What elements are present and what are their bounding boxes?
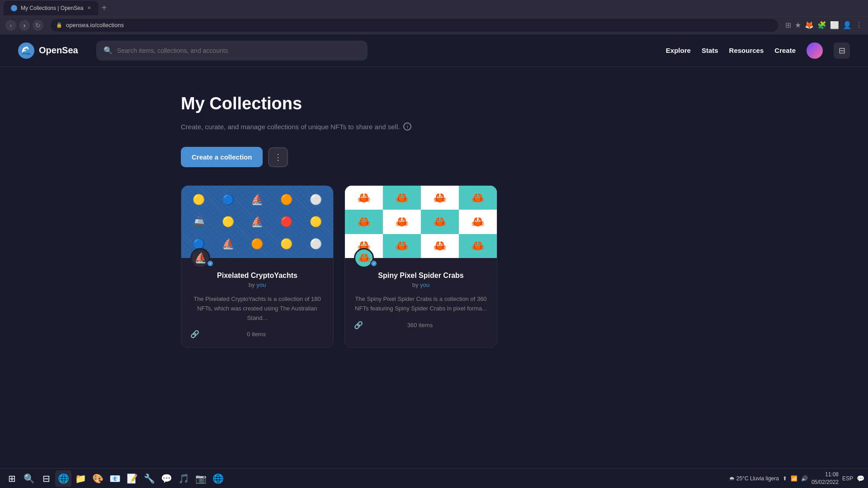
taskbar-time-display: 11:08 <box>811 471 839 479</box>
more-options-button[interactable]: ⋮ <box>268 147 288 167</box>
crab-c5: 🦀 <box>345 210 383 234</box>
card-footer-yachts: 🔗 0 items <box>190 330 324 338</box>
browser-tab-bar: My Collections | OpenSea ✕ + <box>0 0 868 16</box>
taskbar-app-4[interactable]: 🔧 <box>141 470 157 487</box>
taskbar-notifications[interactable]: 💬 <box>857 475 864 482</box>
browser-menu[interactable]: ⋮ <box>855 21 863 29</box>
tab-title: My Collections | OpenSea <box>21 5 84 11</box>
browser-ext-6[interactable]: 👤 <box>843 21 852 29</box>
card-description-crabs: The Spiny Pixel Spider Crabs is a collec… <box>354 295 488 314</box>
new-tab-button[interactable]: + <box>98 3 107 13</box>
lock-icon: 🔒 <box>56 22 62 28</box>
browser-tab[interactable]: My Collections | OpenSea ✕ <box>4 1 98 15</box>
page-subtitle: Create, curate, and manage collections o… <box>181 122 687 131</box>
forward-button[interactable]: › <box>19 20 30 31</box>
boat-3: ⛵ <box>244 211 271 232</box>
browser-ext-2[interactable]: ★ <box>795 21 801 29</box>
taskbar-app-5[interactable]: 💬 <box>158 470 175 487</box>
taskbar-app-7[interactable]: 📷 <box>193 470 209 487</box>
taskbar-file-explorer[interactable]: 📁 <box>72 470 89 487</box>
browser-ext-5[interactable]: ⬜ <box>830 21 839 29</box>
taskbar-arrows[interactable]: ⬆ <box>783 475 787 482</box>
collection-card-yachts[interactable]: 🟡 🔵 ⛵ 🟠 ⚪ 🚢 🟡 ⛵ 🔴 🟡 🔵 ⛵ 🟠 🟡 ⚪ <box>181 185 334 348</box>
search-icon: 🔍 <box>104 46 113 55</box>
crab-c1: 🦀 <box>345 186 383 210</box>
coin-5: 🔴 <box>273 211 300 232</box>
taskbar-task-view[interactable]: ⊟ <box>38 470 54 487</box>
search-input[interactable] <box>117 47 360 54</box>
taskbar-datetime[interactable]: 11:08 05/02/2022 <box>811 471 839 486</box>
card-author-yachts: by you <box>190 282 324 288</box>
coin-ethereum: 🔵 <box>214 189 242 210</box>
taskbar-app-8[interactable]: 🌐 <box>210 470 226 487</box>
info-icon[interactable]: i <box>403 122 411 131</box>
create-collection-button[interactable]: Create a collection <box>181 147 263 167</box>
coin-6: 🟡 <box>302 211 330 232</box>
card-link-icon-yachts[interactable]: 🔗 <box>190 330 199 338</box>
card-author-link-yachts[interactable]: you <box>256 282 266 288</box>
card-footer-crabs: 🔗 360 items <box>354 321 488 329</box>
opensea-header: 🌊 OpenSea 🔍 Explore Stats Resources Crea… <box>0 34 868 67</box>
crab-c7: 🦀 <box>421 210 459 234</box>
header-nav: Explore Stats Resources Create ⊟ <box>666 42 850 59</box>
user-avatar[interactable] <box>807 42 823 59</box>
taskbar-start[interactable]: ⊞ <box>4 470 20 487</box>
browser-ext-1[interactable]: ⊞ <box>785 21 791 29</box>
crab-c4: 🦀 <box>459 186 497 210</box>
boat-1: ⛵ <box>244 189 271 210</box>
taskbar-app-3[interactable]: 📝 <box>124 470 140 487</box>
yacht-items-grid: 🟡 🔵 ⛵ 🟠 ⚪ 🚢 🟡 ⛵ 🔴 🟡 🔵 ⛵ 🟠 🟡 ⚪ <box>181 186 333 258</box>
refresh-button[interactable]: ↻ <box>33 20 43 31</box>
taskbar: ⊞ 🔍 ⊟ 🌐 📁 🎨 📧 📝 🔧 💬 🎵 📷 🌐 🌧 25°C Lluvia … <box>0 468 868 488</box>
nav-stats[interactable]: Stats <box>702 47 718 54</box>
boat-2: 🚢 <box>185 211 212 232</box>
nav-explore[interactable]: Explore <box>666 47 691 54</box>
card-title-yachts: Pixelated CryptoYachts <box>190 272 324 280</box>
card-avatar-wrap-yachts: ⛵ ✓ <box>181 248 333 268</box>
taskbar-app-1[interactable]: 🎨 <box>90 470 106 487</box>
taskbar-search[interactable]: 🔍 <box>21 470 37 487</box>
card-author-link-crabs[interactable]: you <box>420 282 429 288</box>
taskbar-chrome[interactable]: 🌐 <box>55 470 71 487</box>
crab-c6: 🦀 <box>383 210 421 234</box>
header-search[interactable]: 🔍 <box>96 41 368 61</box>
card-author-crabs: by you <box>354 282 488 288</box>
browser-ext-4[interactable]: 🧩 <box>817 21 826 29</box>
card-link-icon-crabs[interactable]: 🔗 <box>354 321 363 329</box>
opensea-logo[interactable]: 🌊 OpenSea <box>18 42 78 59</box>
nav-controls: ‹ › ↻ <box>5 20 43 31</box>
taskbar-sound[interactable]: 🔊 <box>801 475 808 482</box>
browser-nav-bar: ‹ › ↻ 🔒 opensea.io/collections ⊞ ★ 🦊 🧩 ⬜… <box>0 16 868 34</box>
crab-c2: 🦀 <box>383 186 421 210</box>
card-items-crabs: 360 items <box>363 322 477 328</box>
more-dots-icon: ⋮ <box>274 152 282 162</box>
address-bar[interactable]: 🔒 opensea.io/collections <box>51 19 778 32</box>
crab-c3: 🦀 <box>421 186 459 210</box>
crab-c8: 🦀 <box>459 210 497 234</box>
coin-4: 🟡 <box>214 211 242 232</box>
card-title-crabs: Spiny Pixel Spider Crabs <box>354 272 488 280</box>
card-avatar-wrap-crabs: 🦀 ✓ <box>345 248 497 268</box>
tab-close-button[interactable]: ✕ <box>87 5 91 10</box>
collections-grid: 🟡 🔵 ⛵ 🟠 ⚪ 🚢 🟡 ⛵ 🔴 🟡 🔵 ⛵ 🟠 🟡 ⚪ <box>181 185 497 348</box>
card-description-yachts: The Pixelated CryptoYachts is a collecti… <box>190 295 324 323</box>
card-avatar-badge-crabs: ✓ <box>370 260 377 267</box>
nav-create[interactable]: Create <box>774 47 796 54</box>
tab-favicon <box>11 5 17 11</box>
taskbar-app-6[interactable]: 🎵 <box>175 470 192 487</box>
taskbar-date-display: 05/02/2022 <box>811 479 839 486</box>
card-items-yachts: 0 items <box>199 331 313 338</box>
wallet-button[interactable]: ⊟ <box>834 42 850 59</box>
page-title: My Collections <box>181 94 687 113</box>
nav-resources[interactable]: Resources <box>729 47 764 54</box>
taskbar-network[interactable]: 📶 <box>791 475 797 482</box>
browser-ext-3[interactable]: 🦊 <box>805 21 814 29</box>
taskbar-app-2[interactable]: 📧 <box>107 470 123 487</box>
subtitle-text: Create, curate, and manage collections o… <box>181 123 400 131</box>
main-content: My Collections Create, curate, and manag… <box>163 67 705 375</box>
collection-card-crabs[interactable]: 🦀 🦀 🦀 🦀 🦀 🦀 🦀 🦀 🦀 🦀 🦀 🦀 🦀 ✓ <box>344 185 497 348</box>
card-body-yachts: Pixelated CryptoYachts by you The Pixela… <box>181 272 333 347</box>
card-body-crabs: Spiny Pixel Spider Crabs by you The Spin… <box>345 272 497 338</box>
back-button[interactable]: ‹ <box>5 20 16 31</box>
weather-text: 25°C Lluvia ligera <box>736 475 779 482</box>
